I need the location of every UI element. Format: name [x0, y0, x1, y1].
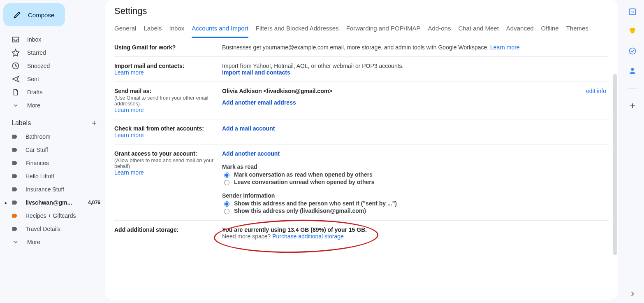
- tab-offline[interactable]: Offline: [541, 21, 559, 38]
- learn-more-link[interactable]: Learn more: [490, 44, 520, 51]
- section-subtitle: (Allow others to read and send mail on y…: [114, 158, 219, 169]
- pencil-icon: [13, 11, 21, 19]
- hide-panel-icon[interactable]: [628, 290, 637, 298]
- labels-more[interactable]: More: [3, 235, 105, 249]
- nav-starred[interactable]: Starred: [3, 46, 105, 59]
- add-email-link[interactable]: Add another email address: [222, 99, 296, 106]
- nav-more[interactable]: More: [3, 99, 105, 112]
- file-icon: [12, 89, 20, 96]
- import-mail-link[interactable]: Import mail and contacts: [222, 69, 290, 76]
- caret-icon: ▸: [5, 200, 7, 205]
- sendas-identity: Olivia Adkison <livadkison@gmail.com>: [222, 88, 609, 94]
- svg-point-4: [631, 68, 634, 71]
- learn-more-link[interactable]: Learn more: [114, 132, 144, 138]
- tab-accounts-and-import[interactable]: Accounts and Import: [192, 21, 248, 38]
- label-name: Hello Liftoff: [25, 173, 54, 179]
- need-space-text: Need more space?: [222, 233, 272, 240]
- compose-button[interactable]: Compose: [3, 3, 65, 26]
- label-item[interactable]: Hello Liftoff: [3, 170, 105, 183]
- tab-advanced[interactable]: Advanced: [506, 21, 534, 38]
- tab-chat-and-meet[interactable]: Chat and Meet: [458, 21, 498, 38]
- label-icon: [12, 199, 18, 206]
- nav-label: More: [27, 102, 40, 109]
- nav-drafts[interactable]: Drafts: [3, 86, 105, 99]
- radio-show-sentby[interactable]: [224, 201, 229, 207]
- mark-read-option[interactable]: Mark conversation as read when opened by…: [222, 171, 609, 178]
- radio-leave-unread[interactable]: [224, 180, 229, 185]
- tab-add-ons[interactable]: Add-ons: [428, 21, 451, 38]
- label-item[interactable]: Car Stuff: [3, 143, 105, 156]
- add-mail-account-link[interactable]: Add a mail account: [222, 125, 275, 132]
- nav-label: Sent: [27, 76, 39, 82]
- tab-general[interactable]: General: [114, 21, 136, 38]
- add-account-link[interactable]: Add another account: [222, 150, 280, 157]
- label-item[interactable]: Travel Details: [3, 222, 105, 235]
- nav-sent[interactable]: Sent: [3, 72, 105, 86]
- send-icon: [12, 75, 20, 83]
- purchase-storage-link[interactable]: Purchase additional storage: [272, 233, 344, 240]
- leave-unread-option[interactable]: Leave conversation unread when opened by…: [222, 178, 609, 186]
- label-name: Car Stuff: [25, 147, 48, 153]
- label-item[interactable]: Bathroom: [3, 130, 105, 143]
- contacts-icon[interactable]: [628, 67, 637, 75]
- radio-label: Leave conversation unread when opened by…: [234, 179, 375, 185]
- tab-filters-and-blocked-addresses[interactable]: Filters and Blocked Addresses: [256, 21, 339, 38]
- label-name: Insurance Stuff: [25, 186, 64, 193]
- label-icon: [12, 160, 18, 166]
- label-item[interactable]: Insurance Stuff: [3, 183, 105, 196]
- nav-label: Snoozed: [27, 63, 50, 69]
- svg-point-3: [630, 48, 636, 54]
- tab-labels[interactable]: Labels: [144, 21, 162, 38]
- star-icon: [12, 49, 20, 57]
- section-grant-access: Grant access to your account: (Allow oth…: [114, 145, 609, 221]
- section-storage: Add additional storage: You are currentl…: [114, 221, 609, 245]
- rail-separator: [628, 88, 637, 89]
- labels-title: Labels: [12, 119, 31, 127]
- tasks-icon[interactable]: [628, 47, 637, 55]
- section-check-mail: Check mail from other accounts: Learn mo…: [114, 119, 609, 145]
- learn-more-link[interactable]: Learn more: [114, 107, 144, 113]
- sender-info-title: Sender information: [222, 192, 609, 199]
- show-address-only-option[interactable]: Show this address only (livadkison@gmail…: [222, 207, 609, 214]
- label-icon: [12, 133, 18, 140]
- add-label-icon[interactable]: [90, 119, 98, 127]
- svg-text:31: 31: [631, 10, 634, 14]
- learn-more-link[interactable]: Learn more: [114, 69, 144, 76]
- section-subtitle: (Use Gmail to send from your other email…: [114, 95, 219, 107]
- label-icon: [12, 212, 18, 219]
- tab-inbox[interactable]: Inbox: [169, 21, 185, 38]
- nav-snoozed[interactable]: Snoozed: [3, 59, 105, 72]
- label-name: Finances: [25, 160, 49, 166]
- label-name: Travel Details: [25, 226, 60, 232]
- scrollbar[interactable]: [613, 74, 617, 255]
- nav-label: Drafts: [27, 89, 42, 96]
- radio-mark-read[interactable]: [224, 172, 229, 178]
- nav-inbox[interactable]: Inbox: [3, 33, 105, 46]
- chevron-down-icon: [12, 102, 20, 109]
- storage-usage-text: You are currently using 13.4 GB (89%) of…: [222, 226, 609, 233]
- tab-forwarding-and-pop-imap[interactable]: Forwarding and POP/IMAP: [346, 21, 421, 38]
- radio-show-address-only[interactable]: [224, 209, 229, 214]
- section-title: Grant access to your account:: [114, 150, 219, 157]
- label-count: 4,076: [88, 200, 100, 205]
- tab-themes[interactable]: Themes: [566, 21, 588, 38]
- label-item[interactable]: ▸livschwan@gm...4,076: [3, 196, 105, 209]
- section-send-mail-as: Send mail as: (Use Gmail to send from yo…: [114, 82, 609, 119]
- label-item[interactable]: Recipes + Giftcards: [3, 209, 105, 222]
- label-icon: [12, 147, 18, 153]
- show-sentby-option[interactable]: Show this address and the person who sen…: [222, 200, 609, 207]
- radio-label: Mark conversation as read when opened by…: [234, 171, 373, 178]
- chevron-down-icon: [12, 239, 20, 245]
- more-label: More: [27, 239, 40, 245]
- edit-info-link[interactable]: edit info: [586, 88, 606, 94]
- calendar-icon[interactable]: 31: [628, 7, 637, 16]
- nav-label: Starred: [27, 49, 46, 56]
- radio-label: Show this address only (livadkison@gmail…: [234, 207, 366, 214]
- label-item[interactable]: Finances: [3, 156, 105, 170]
- keep-icon[interactable]: [628, 27, 637, 35]
- label-icon: [12, 186, 18, 193]
- section-title: Check mail from other accounts:: [114, 125, 219, 132]
- label-name: Bathroom: [25, 133, 51, 140]
- add-icon[interactable]: [628, 102, 637, 110]
- learn-more-link[interactable]: Learn more: [114, 169, 144, 176]
